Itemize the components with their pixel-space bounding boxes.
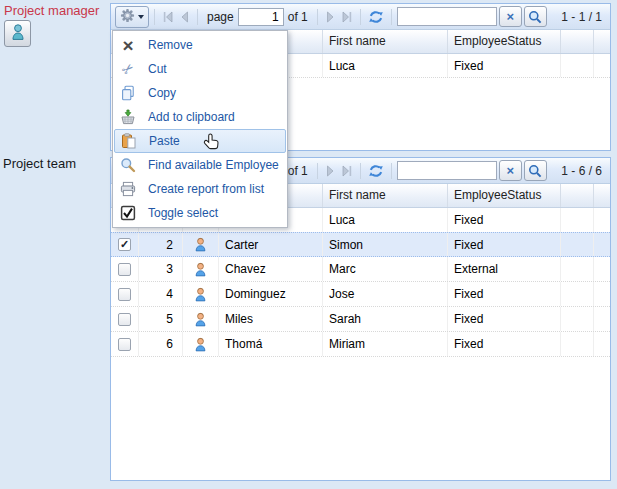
- first-page-button[interactable]: [160, 10, 176, 24]
- column-header-status[interactable]: EmployeeStatus: [448, 184, 561, 207]
- cell-firstname: Simon: [323, 233, 448, 256]
- report-printer-icon: [117, 181, 139, 197]
- cell-filler: [561, 54, 594, 77]
- first-page-icon: [162, 11, 174, 23]
- cell-icon: [183, 233, 219, 256]
- hand-cursor-icon: [203, 133, 222, 155]
- table-row[interactable]: 3 Chavez Marc External: [111, 257, 610, 282]
- cell-status: Fixed: [448, 208, 561, 232]
- menu-item-copy[interactable]: Copy: [113, 81, 287, 105]
- paste-icon: [118, 133, 140, 149]
- toolbar-separator: [360, 163, 361, 179]
- table-row-selected[interactable]: ✓ 2 Carter Simon Fixed: [111, 232, 610, 257]
- search-button[interactable]: [524, 6, 547, 27]
- cell-rownumber: 5: [139, 307, 183, 331]
- cell-filler: [561, 307, 594, 331]
- menu-item-toggle-select[interactable]: Toggle select: [113, 201, 287, 225]
- cell-firstname: Miriam: [323, 332, 448, 356]
- cell-status: Fixed: [448, 332, 561, 356]
- refresh-button[interactable]: [366, 8, 386, 26]
- last-page-button[interactable]: [339, 10, 355, 24]
- menu-item-find-available-employee[interactable]: Find available Employee: [113, 153, 287, 177]
- table-row[interactable]: 5 Miles Sarah Fixed: [111, 307, 610, 332]
- column-header-firstname[interactable]: First name: [323, 30, 448, 53]
- clear-search-icon: ×: [506, 10, 514, 23]
- table-row[interactable]: 6 Thomá Miriam Fixed: [111, 332, 610, 357]
- row-checkbox-checked[interactable]: ✓: [118, 238, 131, 251]
- cell-rownumber: 4: [139, 282, 183, 306]
- cell-lastname: Carter: [219, 233, 323, 256]
- add-to-clipboard-icon: [117, 109, 139, 125]
- menu-item-create-report[interactable]: Create report from list: [113, 177, 287, 201]
- menu-item-cut[interactable]: ✂ Cut: [113, 57, 287, 81]
- column-header-filler: [561, 30, 594, 53]
- row-checkbox[interactable]: [118, 263, 131, 276]
- menu-item-remove[interactable]: × Remove: [113, 33, 287, 57]
- cell-checkbox: [111, 282, 139, 306]
- toolbar-separator: [197, 9, 198, 25]
- cell-icon: [183, 257, 219, 281]
- last-page-button[interactable]: [339, 164, 355, 178]
- chevron-down-icon: [138, 15, 144, 19]
- toolbar-separator: [317, 9, 318, 25]
- column-header-filler: [561, 184, 594, 207]
- cell-lastname: Miles: [219, 307, 323, 331]
- person-icon: [9, 23, 27, 44]
- copy-icon: [117, 85, 139, 101]
- table-row[interactable]: 4 Dominguez Jose Fixed: [111, 282, 610, 307]
- cell-icon: [183, 282, 219, 306]
- refresh-icon: [368, 163, 384, 179]
- column-header-status[interactable]: EmployeeStatus: [448, 30, 561, 53]
- page-number-input[interactable]: [238, 8, 284, 26]
- cell-status: Fixed: [448, 54, 561, 77]
- refresh-icon: [368, 9, 384, 25]
- team-grid-body: 1 Adero Luca Fixed ✓ 2 Carter Simon Fixe…: [111, 208, 610, 357]
- toolbar-separator: [391, 9, 392, 25]
- app-window: Project manager Project team: [0, 0, 617, 489]
- clear-search-icon: ×: [506, 164, 514, 177]
- cell-lastname: Thomá: [219, 332, 323, 356]
- search-input[interactable]: [397, 161, 497, 180]
- cell-filler: [561, 282, 594, 306]
- row-checkbox[interactable]: [118, 313, 131, 326]
- refresh-button[interactable]: [366, 162, 386, 180]
- cell-icon: [183, 307, 219, 331]
- cell-checkbox: [111, 307, 139, 331]
- cell-status: Fixed: [448, 282, 561, 306]
- row-checkbox[interactable]: [118, 288, 131, 301]
- next-page-button[interactable]: [323, 164, 339, 178]
- page-of-label: of 1: [288, 10, 308, 24]
- context-menu: × Remove ✂ Cut Copy Add to clipboard: [112, 30, 288, 228]
- prev-page-button[interactable]: [176, 10, 192, 24]
- clear-search-button[interactable]: ×: [499, 6, 522, 27]
- row-checkbox[interactable]: [118, 338, 131, 351]
- next-page-button[interactable]: [323, 10, 339, 24]
- cell-rownumber: 2: [139, 233, 183, 256]
- menu-item-add-to-clipboard[interactable]: Add to clipboard: [113, 105, 287, 129]
- column-header-firstname[interactable]: First name: [323, 184, 448, 207]
- next-page-icon: [325, 165, 337, 177]
- clear-search-button[interactable]: ×: [499, 160, 522, 181]
- page-label: page: [207, 10, 234, 24]
- search-icon: [528, 164, 542, 178]
- cell-filler: [561, 233, 594, 256]
- toolbar-separator: [391, 163, 392, 179]
- cell-lastname: Dominguez: [219, 282, 323, 306]
- cell-filler: [561, 208, 594, 232]
- cell-lastname: Chavez: [219, 257, 323, 281]
- toggle-select-icon: [117, 205, 139, 221]
- project-manager-label: Project manager: [4, 3, 99, 18]
- cell-firstname: Marc: [323, 257, 448, 281]
- search-button[interactable]: [524, 160, 547, 181]
- person-icon: [193, 262, 208, 277]
- record-count-label: 1 - 6 / 6: [561, 164, 606, 178]
- manager-actions-menu-button[interactable]: [115, 6, 149, 28]
- last-page-icon: [341, 11, 353, 23]
- cell-firstname: Luca: [323, 208, 448, 232]
- project-manager-person-button[interactable]: [4, 20, 31, 47]
- record-count-label: 1 - 1 / 1: [561, 10, 606, 24]
- person-icon: [193, 287, 208, 302]
- person-icon: [193, 337, 208, 352]
- menu-item-paste[interactable]: Paste: [114, 129, 286, 153]
- search-input[interactable]: [397, 7, 497, 26]
